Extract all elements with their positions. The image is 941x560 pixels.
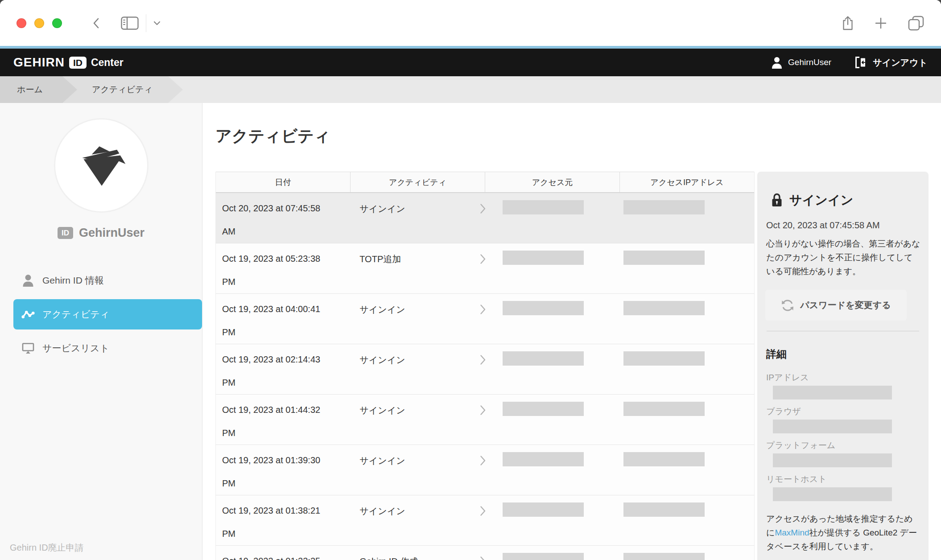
main-area: アクティビティ 日付 アクティビティ アクセス元 アクセスIPアドレス Oct …	[202, 103, 941, 560]
redacted-field-value	[773, 453, 892, 467]
redacted-access-source	[503, 251, 584, 265]
cell-access-source	[502, 193, 628, 243]
sidebar-user-name: GehirnUser	[79, 226, 144, 240]
signout-icon	[854, 56, 867, 69]
browser-window: GEHIRN ID Center GehirnUser	[0, 0, 941, 560]
chevron-right-icon	[480, 506, 486, 516]
redacted-access-ip	[623, 200, 705, 214]
cell-access-ip	[628, 193, 754, 243]
sidebar-user: ID GehirnUser	[0, 226, 202, 240]
tabs-icon	[908, 15, 924, 31]
share-icon	[842, 16, 854, 31]
sidebar-item-activity[interactable]: アクティビティ	[13, 299, 202, 329]
redacted-access-ip	[623, 452, 705, 466]
monitor-icon	[21, 342, 35, 354]
gehirn-id-center-logo[interactable]: GEHIRN ID Center	[13, 55, 124, 70]
sidebar-toggle-button[interactable]	[121, 16, 139, 30]
redacted-access-source	[503, 301, 584, 315]
redacted-field-value	[773, 487, 892, 501]
sidebar-item-service-list[interactable]: サービスリスト	[0, 333, 202, 363]
redacted-access-ip	[623, 553, 705, 560]
cell-access-source	[502, 395, 628, 445]
activity-icon	[21, 309, 35, 320]
cell-date: Oct 19, 2023 at 04:00:41PM	[216, 294, 355, 344]
activity-table-row[interactable]: Oct 20, 2023 at 07:45:58AM サインイン	[216, 193, 754, 243]
new-tab-button[interactable]	[875, 17, 887, 29]
activity-table-row[interactable]: Oct 19, 2023 at 02:14:43PM サインイン	[216, 344, 754, 395]
detail-field-label: ブラウザ	[765, 406, 920, 417]
person-icon	[21, 274, 35, 287]
activity-table-row[interactable]: Oct 19, 2023 at 01:22:35PM Gehirn ID 作成	[216, 546, 754, 560]
breadcrumb-activity[interactable]: アクティビティ	[62, 76, 183, 103]
activity-table-row[interactable]: Oct 19, 2023 at 01:38:21PM サインイン	[216, 495, 754, 546]
zoom-window-button[interactable]	[52, 18, 62, 28]
activity-table-row[interactable]: Oct 19, 2023 at 05:23:38PM TOTP追加	[216, 243, 754, 294]
redacted-access-source	[503, 502, 584, 517]
app-header-right: GehirnUser サインアウト	[772, 56, 928, 69]
detail-field-label: IPアドレス	[765, 372, 920, 383]
cell-access-source	[502, 495, 628, 545]
redacted-field-value	[773, 386, 892, 399]
sidebar-item-label: サービスリスト	[42, 342, 109, 354]
detail-field: プラットフォーム	[765, 440, 920, 467]
activity-table-row[interactable]: Oct 19, 2023 at 04:00:41PM サインイン	[216, 294, 754, 344]
cell-activity: サインイン	[355, 193, 501, 243]
sidebar: ID GehirnUser Gehirn ID 情報	[0, 103, 202, 560]
brand-gehirn: GEHIRN	[13, 55, 65, 70]
share-button[interactable]	[842, 16, 854, 31]
close-window-button[interactable]	[17, 18, 26, 28]
detail-warning-text: 心当りがない操作の場合、第三者があなたのアカウントを不正に操作してしている可能性…	[765, 237, 920, 278]
breadcrumb: ホーム アクティビティ	[0, 76, 941, 103]
detail-field: ブラウザ	[765, 406, 920, 433]
signout-button[interactable]: サインアウト	[854, 56, 928, 69]
gehirn-logo-icon	[73, 137, 130, 194]
signout-label: サインアウト	[873, 57, 928, 69]
chevron-right-icon	[480, 354, 486, 365]
tab-overview-button[interactable]	[908, 15, 924, 31]
detail-activity-name: サインイン	[789, 192, 853, 209]
cell-access-source	[502, 445, 628, 495]
redacted-access-source	[503, 402, 584, 416]
gehirn-id-cancel-link[interactable]: Gehirn ID廃止申請	[10, 542, 84, 554]
sidebar-menu-chevron[interactable]	[146, 14, 161, 32]
breadcrumb-home[interactable]: ホーム	[0, 76, 77, 103]
redacted-access-source	[503, 553, 584, 560]
page-title: アクティビティ	[215, 126, 755, 146]
cell-activity: TOTP追加	[355, 243, 501, 293]
maxmind-link[interactable]: MaxMind	[775, 528, 809, 537]
activity-table-row[interactable]: Oct 19, 2023 at 01:39:30PM サインイン	[216, 445, 754, 495]
main-column: アクティビティ 日付 アクティビティ アクセス元 アクセスIPアドレス Oct …	[202, 103, 755, 560]
back-button[interactable]	[91, 16, 102, 31]
brand-id-badge: ID	[69, 57, 87, 69]
sidebar-item-label: アクティビティ	[42, 308, 109, 321]
chevron-right-icon	[480, 304, 486, 315]
cell-access-source	[502, 344, 628, 394]
redacted-access-source	[503, 351, 584, 366]
header-user-link[interactable]: GehirnUser	[772, 57, 831, 69]
sidebar-toggle-icon	[121, 16, 139, 30]
activity-table-row[interactable]: Oct 19, 2023 at 01:44:32PM サインイン	[216, 395, 754, 445]
breadcrumb-home-label: ホーム	[17, 84, 43, 95]
column-header-access-ip: アクセスIPアドレス	[620, 172, 754, 192]
redacted-access-ip	[623, 301, 705, 315]
refresh-icon	[781, 299, 794, 312]
cell-access-source	[502, 546, 628, 560]
cell-date: Oct 19, 2023 at 02:14:43PM	[216, 344, 355, 394]
redacted-field-value	[773, 420, 892, 433]
redacted-access-source	[503, 200, 584, 214]
cell-access-ip	[628, 546, 754, 560]
column-header-access-source: アクセス元	[485, 172, 620, 192]
sidebar-item-gehirn-id-info[interactable]: Gehirn ID 情報	[0, 265, 202, 296]
change-password-button[interactable]: パスワードを変更する	[765, 290, 907, 321]
brand-center: Center	[91, 57, 124, 69]
sidebar-item-label: Gehirn ID 情報	[42, 274, 104, 287]
back-icon	[91, 16, 102, 31]
cell-access-ip	[628, 344, 754, 394]
cell-access-ip	[628, 243, 754, 293]
cell-access-ip	[628, 294, 754, 344]
minimize-window-button[interactable]	[34, 18, 44, 28]
app-header: GEHIRN ID Center GehirnUser	[0, 49, 941, 76]
cell-access-source	[502, 243, 628, 293]
browser-toolbar	[0, 0, 941, 46]
change-password-label: パスワードを変更する	[800, 299, 891, 311]
